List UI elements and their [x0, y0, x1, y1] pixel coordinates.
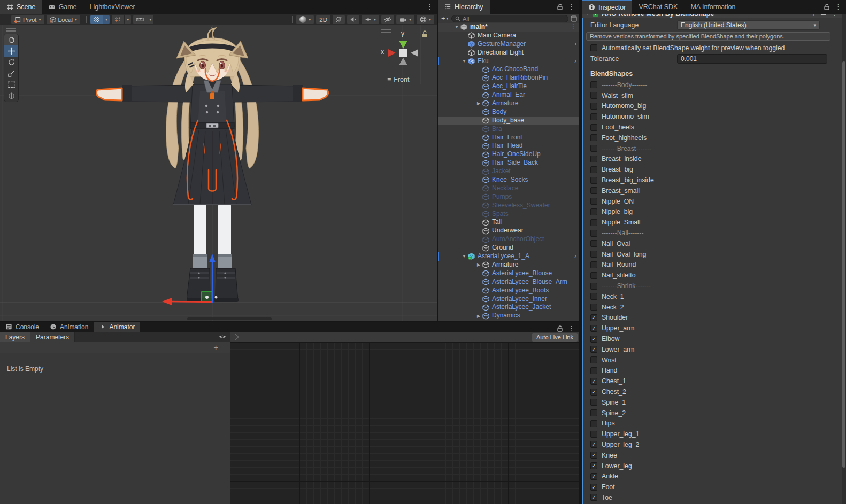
hierarchy-item-main-camera[interactable]: Main Camera — [438, 32, 579, 40]
gizmos-dropdown[interactable]: ▾ — [417, 15, 434, 24]
move-tool[interactable] — [4, 45, 18, 57]
blendshape-checkbox[interactable] — [590, 103, 597, 110]
blendshape-row-breast-inside[interactable]: Breast_inside — [583, 154, 842, 165]
blendshape-checkbox[interactable] — [590, 166, 597, 173]
blendshape-checkbox[interactable] — [590, 187, 597, 194]
hierarchy-search-input[interactable]: All — [451, 15, 568, 22]
blendshape-checkbox[interactable] — [590, 431, 597, 438]
eye-icon[interactable] — [218, 333, 227, 340]
blendshape-row-foot-highheels[interactable]: Foot_highheels — [583, 133, 842, 143]
inspector-scrollbar[interactable] — [842, 14, 846, 504]
scene-panel-menu-icon[interactable]: ⋮ — [423, 0, 436, 14]
blendshape-row-shoulder[interactable]: ✓Shoulder — [583, 313, 842, 323]
blendshape-row-chest-2[interactable]: ✓Chest_2 — [583, 386, 842, 397]
blendshape-checkbox[interactable] — [590, 134, 597, 141]
tab-vrchat-sdk[interactable]: VRChat SDK — [632, 0, 684, 14]
auto-weight-row[interactable]: Automatically set BlendShape weight for … — [583, 44, 842, 52]
tab-game[interactable]: Game — [42, 0, 83, 14]
blendshape-checkbox[interactable] — [590, 293, 597, 300]
scene-camera-dropdown[interactable]: ▾ — [396, 15, 414, 24]
blendshape-checkbox[interactable]: ✓ — [590, 346, 597, 353]
hierarchy-item-acc-chocoband[interactable]: Acc ChocoBand — [438, 65, 579, 74]
blendshape-row-hutomomo-big[interactable]: Hutomomo_big — [583, 101, 842, 112]
foldout-closed-icon[interactable]: ▶ — [475, 101, 482, 106]
scale-tool[interactable] — [4, 68, 18, 79]
tab-animation[interactable]: Animation — [44, 322, 94, 332]
blendshape-checkbox[interactable] — [590, 399, 597, 406]
blendshape-row-lower-arm[interactable]: ✓Lower_arm — [583, 344, 842, 355]
hierarchy-item-asterialycee-boots[interactable]: AsteriaLycee_Boots — [438, 286, 579, 295]
blendshape-row--shrink-[interactable]: -------Shrink------- — [583, 281, 842, 291]
blendshape-checkbox[interactable] — [590, 367, 597, 374]
hierarchy-item-acc-hairtie[interactable]: Acc_HairTie — [438, 82, 579, 91]
scene-visibility-toggle[interactable] — [381, 15, 394, 24]
hierarchy-menu-icon[interactable]: ⋮ — [565, 0, 578, 14]
scrollbar-thumb[interactable] — [842, 61, 845, 468]
blendshape-row-neck-1[interactable]: Neck_1 — [583, 291, 842, 302]
panel-lock-icon[interactable] — [822, 4, 832, 10]
scene-scroll-pill[interactable] — [187, 317, 272, 320]
kebab-menu-icon[interactable]: ⋮ — [570, 23, 576, 32]
add-layer-button[interactable]: + — [213, 343, 218, 352]
transform-tool[interactable] — [4, 90, 18, 102]
tab-console[interactable]: Console — [0, 322, 44, 332]
shading-mode-dropdown[interactable]: ▾ — [296, 15, 314, 24]
blendshape-row-lower-leg[interactable]: ✓Lower_leg — [583, 461, 842, 471]
blendshape-checkbox[interactable] — [590, 198, 597, 205]
component-preset-icon[interactable] — [820, 14, 826, 17]
blendshape-row-nipple-small[interactable]: Nipple_Small — [583, 217, 842, 228]
hierarchy-item-jacket[interactable]: Jacket — [438, 167, 579, 176]
blendshape-row-nipple-big[interactable]: Nipple_big — [583, 207, 842, 218]
blendshape-row-nail-oval-long[interactable]: Nail_Oval_long — [583, 249, 842, 260]
hierarchy-item-asterialycee-blouse[interactable]: AsteriaLycee_Blouse — [438, 269, 579, 278]
component-menu-icon[interactable]: ⋮ — [832, 14, 837, 17]
blendshape-checkbox[interactable] — [590, 240, 597, 247]
scene-audio-toggle[interactable] — [347, 15, 359, 24]
hierarchy-item-hair-onesideup[interactable]: Hair_OneSideUp — [438, 150, 579, 159]
blendshape-checkbox[interactable]: ✓ — [590, 452, 597, 459]
blendshape-row--nail-[interactable]: -------Nail------- — [583, 228, 842, 238]
foldout-open-icon[interactable]: ▼ — [460, 59, 468, 64]
auto-live-link-button[interactable]: Auto Live Link — [532, 333, 578, 342]
blendshape-row-nail-oval[interactable]: Nail_Oval — [583, 238, 842, 249]
blendshape-checkbox[interactable]: ✓ — [590, 494, 597, 501]
blendshape-row-ankle[interactable]: ✓Ankle — [583, 471, 842, 482]
rect-tool[interactable] — [4, 79, 18, 90]
blendshape-checkbox[interactable]: ✓ — [590, 378, 597, 385]
hierarchy-item-necklace[interactable]: Necklace — [438, 184, 579, 193]
blendshape-row-elbow[interactable]: ✓Elbow — [583, 334, 842, 344]
foldout-closed-icon[interactable]: ▶ — [475, 262, 482, 267]
blendshape-row-nail-stiletto[interactable]: Nail_stiletto — [583, 270, 842, 281]
blendshape-checkbox[interactable] — [590, 261, 597, 268]
create-object-button[interactable]: +▾ — [440, 14, 449, 22]
hierarchy-item-armature[interactable]: ▶Armature — [438, 99, 579, 108]
prefab-open-chevron-icon[interactable]: › — [574, 57, 576, 66]
prefab-open-chevron-icon[interactable]: › — [574, 40, 576, 49]
hierarchy-item-main-[interactable]: ▼main*⋮ — [438, 23, 579, 32]
blendshape-checkbox[interactable]: ✓ — [590, 325, 597, 332]
tab-animator[interactable]: Animator — [94, 322, 140, 332]
hierarchy-item-asterialycee-inner[interactable]: AsteriaLycee_Inner — [438, 295, 579, 304]
tab-inspector[interactable]: Inspector — [582, 0, 632, 14]
hierarchy-item-eku[interactable]: ▼Eku› — [438, 57, 579, 66]
blendshape-checkbox[interactable] — [590, 409, 597, 416]
blendshape-checkbox[interactable] — [590, 283, 597, 290]
hierarchy-item-hair-side-back[interactable]: Hair_Side_Back — [438, 159, 579, 167]
scene-viewport[interactable]: y x ≡ Front — [0, 25, 437, 321]
blendshape-row-spine-1[interactable]: Spine_1 — [583, 397, 842, 408]
tab-hierarchy[interactable]: Hierarchy — [438, 0, 490, 14]
blendshape-row-upper-leg-2[interactable]: ✓Upper_leg_2 — [583, 439, 842, 450]
pivot-dropdown[interactable]: Pivot ▾ — [11, 15, 44, 24]
panel-lock-icon[interactable] — [555, 4, 565, 10]
blendshape-checkbox[interactable] — [590, 304, 597, 311]
blendshape-checkbox[interactable] — [590, 272, 597, 279]
hierarchy-item-spats[interactable]: Spats — [438, 210, 579, 219]
blendshape-row-breast-big-inside[interactable]: Breast_big_inside — [583, 175, 842, 185]
grid-snapping-toggle[interactable] — [90, 15, 103, 24]
blendshape-checkbox[interactable]: ✓ — [590, 336, 597, 343]
hierarchy-item-ground[interactable]: Ground — [438, 244, 579, 252]
blendshape-checkbox[interactable]: ✓ — [590, 473, 597, 480]
overlay-handle[interactable] — [6, 28, 16, 32]
blendshape-row-upper-arm[interactable]: ✓Upper_arm — [583, 323, 842, 334]
scene-lighting-toggle[interactable] — [333, 15, 345, 24]
